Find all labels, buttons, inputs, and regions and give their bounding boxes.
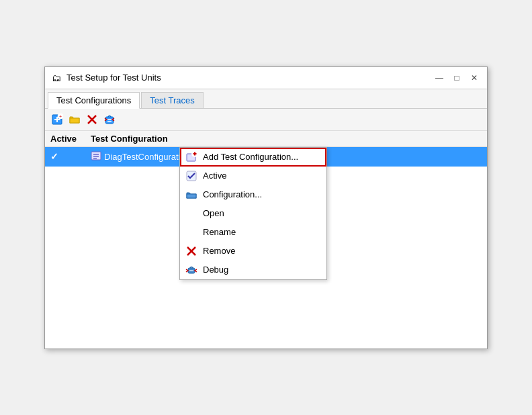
toolbar-folder-button[interactable] — [66, 111, 83, 128]
svg-rect-20 — [187, 194, 196, 198]
window-controls: — □ ✕ — [432, 71, 482, 85]
remove-menu-icon — [185, 245, 197, 257]
minimize-button[interactable]: — — [432, 71, 447, 85]
column-config-header: Test Configuration — [91, 134, 482, 144]
tab-test-configurations[interactable]: Test Configurations — [48, 92, 140, 109]
add-icon: + — [51, 113, 63, 126]
context-menu-item-active-label: Active — [203, 171, 226, 181]
context-menu-item-configuration[interactable]: Configuration... — [180, 185, 326, 204]
context-menu-item-debug[interactable]: Debug — [180, 261, 326, 279]
configuration-folder-icon — [185, 189, 197, 201]
toolbar-remove-button[interactable] — [84, 111, 100, 128]
context-menu: Add Test Configuration... Active — [179, 147, 327, 280]
tab-bar: Test Configurations Test Traces — [45, 89, 487, 109]
close-button[interactable]: ✕ — [467, 71, 482, 85]
context-menu-item-remove-label: Remove — [203, 246, 235, 256]
context-menu-item-rename-label: Rename — [203, 227, 236, 237]
context-menu-item-add-test-configuration[interactable]: Add Test Configuration... — [180, 148, 326, 167]
svg-text:+: + — [59, 114, 62, 119]
rename-icon — [185, 226, 197, 238]
row-active-check: ✓ — [50, 151, 91, 162]
add-test-config-icon — [185, 151, 197, 163]
context-menu-item-active[interactable]: Active — [180, 167, 326, 185]
context-menu-item-remove[interactable]: Remove — [180, 242, 326, 261]
window-title: Test Setup for Test Units — [66, 73, 161, 83]
column-active-header: Active — [50, 134, 91, 144]
table-header: Active Test Configuration — [45, 131, 487, 147]
context-menu-item-configuration-label: Configuration... — [203, 189, 262, 199]
main-window: 🗂 Test Setup for Test Units — □ ✕ Test C… — [44, 66, 488, 349]
context-menu-item-debug-label: Debug — [203, 265, 228, 275]
debug-icon — [103, 113, 116, 126]
remove-icon — [86, 113, 98, 126]
debug-menu-icon — [185, 264, 197, 276]
maximize-button[interactable]: □ — [449, 71, 464, 85]
table-row[interactable]: ✓ DiagTestConfiguration — [45, 147, 487, 167]
context-menu-item-open-label: Open — [203, 208, 224, 218]
open-icon — [185, 208, 197, 220]
context-menu-item-rename[interactable]: Rename — [180, 223, 326, 242]
context-menu-item-add-label: Add Test Configuration... — [203, 152, 298, 162]
toolbar-add-button[interactable]: + — [49, 111, 65, 128]
active-check-icon — [185, 170, 197, 182]
content-area: ✓ DiagTestConfiguration — [45, 147, 487, 349]
svg-rect-5 — [70, 118, 79, 123]
title-bar: 🗂 Test Setup for Test Units — □ ✕ — [45, 67, 487, 89]
toolbar-debug-button[interactable] — [101, 111, 118, 128]
tab-test-traces[interactable]: Test Traces — [141, 92, 203, 108]
toolbar: + — [45, 109, 487, 131]
row-config-name: DiagTestConfiguration — [104, 152, 190, 162]
row-config-icon — [91, 150, 101, 163]
folder-icon — [69, 113, 81, 126]
title-bar-left: 🗂 Test Setup for Test Units — [50, 72, 161, 84]
context-menu-item-open[interactable]: Open — [180, 204, 326, 223]
window-icon: 🗂 — [50, 72, 62, 84]
